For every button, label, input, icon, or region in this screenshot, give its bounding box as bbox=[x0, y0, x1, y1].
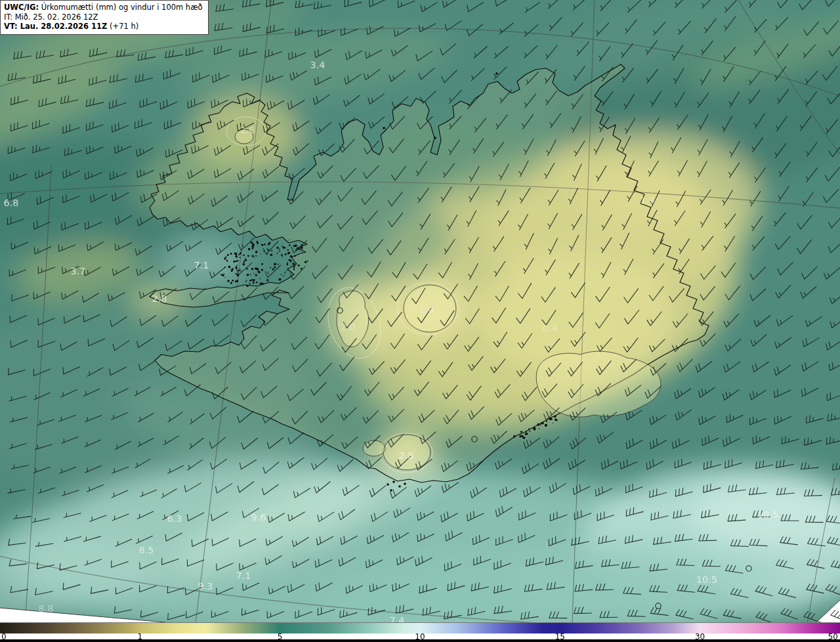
product-title: Úrkomumætti (mm) og vindur i 100m hæð bbox=[39, 3, 203, 12]
precip-value-label: 2.0 bbox=[340, 322, 355, 332]
precip-value-label: 2.8 bbox=[398, 450, 413, 461]
precip-value-label: 6.3 bbox=[167, 513, 182, 524]
precip-value-label: 7.4 bbox=[389, 615, 404, 622]
map-title-box: UWC/IG: Úrkomumætti (mm) og vindur i 100… bbox=[0, 0, 209, 35]
product-title-line: UWC/IG: Úrkomumætti (mm) og vindur i 100… bbox=[4, 3, 203, 12]
precip-value-label: 9.6 bbox=[251, 512, 266, 523]
precip-value-label: 8.8 bbox=[38, 603, 53, 614]
precip-value-label: 1.3 bbox=[639, 195, 654, 205]
precip-wind-map-canvas: 3.42.66.83.77.12.81.32.01.40.42.86.39.68… bbox=[0, 0, 840, 622]
eyjafjallajokull-outline bbox=[363, 440, 385, 456]
precip-value-label: 2.8 bbox=[152, 293, 167, 304]
precip-value-label: 0.4 bbox=[542, 323, 557, 333]
figure-bottom-edge bbox=[0, 639, 840, 642]
precip-value-label: 10.5 bbox=[757, 509, 778, 520]
precip-value-label: 10.5 bbox=[696, 574, 717, 585]
weather-forecast-map: 3.42.66.83.77.12.81.32.01.40.42.86.39.68… bbox=[0, 0, 840, 642]
precip-value-label: 9.3 bbox=[198, 581, 213, 591]
precip-value-label: 1.4 bbox=[419, 305, 434, 315]
precip-value-label: 7.1 bbox=[236, 570, 251, 581]
precip-value-label: 7.1 bbox=[194, 260, 209, 270]
valid-time-line: VT: Lau. 28.02.2026 11Z (+71 h) bbox=[4, 22, 203, 32]
precip-value-label: 3.4 bbox=[310, 60, 325, 70]
precip-value-label: 2.6 bbox=[240, 125, 255, 135]
precip-value-label: 3.7 bbox=[70, 266, 85, 276]
valid-time: VT: Lau. 28.02.2026 11Z bbox=[4, 22, 107, 31]
model-id: UWC/IG: bbox=[4, 3, 39, 12]
precip-value-label: 8.5 bbox=[138, 545, 154, 555]
precip-value-label: 6.8 bbox=[3, 198, 18, 208]
init-time-line: IT: Mið. 25. 02. 2026 12Z bbox=[4, 12, 203, 22]
forecast-offset: (+71 h) bbox=[107, 22, 138, 31]
